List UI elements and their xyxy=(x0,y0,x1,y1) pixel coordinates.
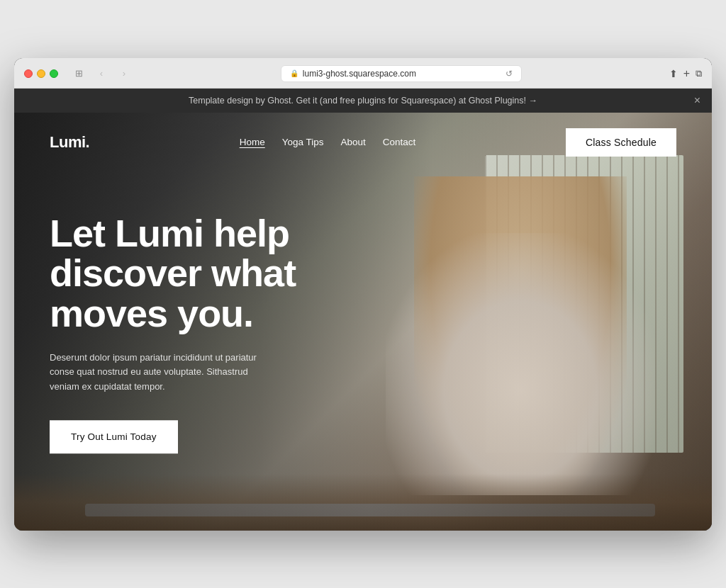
sidebar-toggle-button[interactable]: ⊞ xyxy=(69,67,88,81)
traffic-lights xyxy=(24,69,58,78)
browser-actions: ⬆ + ⧉ xyxy=(669,67,702,80)
url-text: lumi3-ghost.squarespace.com xyxy=(303,69,416,79)
address-bar[interactable]: 🔒 lumi3-ghost.squarespace.com ↺ xyxy=(281,65,522,82)
browser-nav: ⊞ ‹ › xyxy=(69,67,133,81)
hero-floor xyxy=(14,474,712,531)
close-traffic-light[interactable] xyxy=(24,69,33,78)
hero-subtext: Deserunt dolor ipsum pariatur incididunt… xyxy=(50,351,262,395)
banner-close-button[interactable]: × xyxy=(694,94,700,107)
new-tab-icon[interactable]: + xyxy=(683,67,690,80)
back-button[interactable]: ‹ xyxy=(92,67,111,81)
browser-chrome: ⊞ ‹ › 🔒 lumi3-ghost.squarespace.com ↺ ⬆ … xyxy=(14,58,712,89)
notification-banner: Template design by Ghost. Get it (and fr… xyxy=(14,89,712,113)
yoga-mat xyxy=(85,504,655,516)
maximize-traffic-light[interactable] xyxy=(50,69,58,78)
tabs-icon[interactable]: ⧉ xyxy=(696,68,702,79)
person-outfit xyxy=(386,233,655,495)
share-icon[interactable]: ⬆ xyxy=(669,68,678,79)
hero-content: Let Lumi help discover what moves you. D… xyxy=(50,213,333,453)
reload-button[interactable]: ↺ xyxy=(506,69,513,79)
hero-section: Lumi. Home Yoga Tips About Contact Class… xyxy=(14,113,712,531)
nav-link-home[interactable]: Home xyxy=(240,137,265,147)
navbar: Lumi. Home Yoga Tips About Contact Class… xyxy=(14,113,712,172)
nav-link-contact[interactable]: Contact xyxy=(383,137,416,147)
forward-button[interactable]: › xyxy=(115,67,133,81)
site-logo[interactable]: Lumi. xyxy=(50,133,89,152)
hero-headline: Let Lumi help discover what moves you. xyxy=(50,213,333,334)
address-bar-container: 🔒 lumi3-ghost.squarespace.com ↺ xyxy=(140,65,662,82)
banner-text: Template design by Ghost. Get it (and fr… xyxy=(189,96,537,106)
site-content: Template design by Ghost. Get it (and fr… xyxy=(14,89,712,531)
nav-link-yoga-tips[interactable]: Yoga Tips xyxy=(282,137,324,147)
lock-icon: 🔒 xyxy=(290,69,298,77)
nav-link-about[interactable]: About xyxy=(341,137,366,147)
minimize-traffic-light[interactable] xyxy=(37,69,45,78)
browser-window: ⊞ ‹ › 🔒 lumi3-ghost.squarespace.com ↺ ⬆ … xyxy=(14,58,712,531)
nav-links: Home Yoga Tips About Contact xyxy=(240,137,416,147)
hero-cta-button[interactable]: Try Out Lumi Today xyxy=(50,420,178,453)
class-schedule-button[interactable]: Class Schedule xyxy=(566,128,676,157)
